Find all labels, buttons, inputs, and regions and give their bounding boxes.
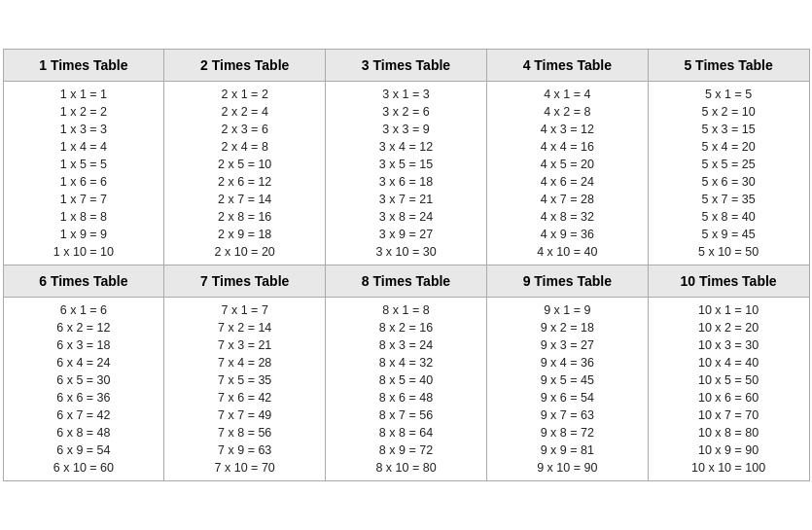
- table-row: 9 x 4 = 36: [487, 354, 648, 371]
- table-row: 8 x 4 = 32: [326, 354, 486, 371]
- table-row: 3 x 4 = 12: [326, 138, 486, 156]
- table-row: 6 x 9 = 54: [4, 442, 164, 459]
- table-row: 3 x 5 = 15: [326, 156, 486, 173]
- table-row: 5 x 5 = 25: [649, 156, 809, 173]
- table-row: 9 x 7 = 63: [487, 406, 648, 424]
- table-row: 10 x 1 = 10: [649, 301, 809, 319]
- table-row: 5 x 1 = 5: [649, 86, 809, 103]
- table-row: 9 x 3 = 27: [487, 336, 648, 354]
- table-block-2: 2 Times Table2 x 1 = 22 x 2 = 42 x 3 = 6…: [164, 50, 326, 265]
- table-row: 1 x 8 = 8: [4, 208, 164, 226]
- table-row: 8 x 10 = 80: [326, 459, 486, 477]
- table-body-7: 7 x 1 = 77 x 2 = 147 x 3 = 217 x 4 = 287…: [164, 298, 325, 480]
- table-block-1: 1 Times Table1 x 1 = 11 x 2 = 21 x 3 = 3…: [4, 50, 165, 265]
- table-row: 5 x 7 = 35: [649, 191, 809, 208]
- table-row: 9 x 9 = 81: [487, 442, 648, 459]
- table-row: 3 x 3 = 9: [326, 121, 486, 138]
- table-body-9: 9 x 1 = 99 x 2 = 189 x 3 = 279 x 4 = 369…: [487, 298, 648, 480]
- table-block-6: 6 Times Table6 x 1 = 66 x 2 = 126 x 3 = …: [4, 265, 165, 481]
- table-row: 7 x 8 = 56: [164, 424, 325, 442]
- table-body-3: 3 x 1 = 33 x 2 = 63 x 3 = 93 x 4 = 123 x…: [326, 82, 486, 265]
- table-row: 4 x 8 = 32: [487, 208, 648, 226]
- table-block-9: 9 Times Table9 x 1 = 99 x 2 = 189 x 3 = …: [487, 265, 649, 481]
- table-row: 4 x 10 = 40: [487, 243, 648, 261]
- table-row: 5 x 4 = 20: [649, 138, 809, 156]
- table-row: 2 x 3 = 6: [164, 121, 325, 138]
- table-row: 9 x 2 = 18: [487, 319, 648, 336]
- table-row: 6 x 5 = 30: [4, 371, 164, 389]
- table-row: 3 x 7 = 21: [326, 191, 486, 208]
- table-row: 4 x 1 = 4: [487, 86, 648, 103]
- table-row: 4 x 6 = 24: [487, 173, 648, 191]
- table-body-2: 2 x 1 = 22 x 2 = 42 x 3 = 62 x 4 = 82 x …: [164, 82, 325, 265]
- table-body-6: 6 x 1 = 66 x 2 = 126 x 3 = 186 x 4 = 246…: [4, 298, 164, 480]
- table-row: 8 x 9 = 72: [326, 442, 486, 459]
- table-row: 7 x 6 = 42: [164, 389, 325, 406]
- table-row: 8 x 1 = 8: [326, 301, 486, 319]
- table-header-4: 4 Times Table: [487, 50, 648, 82]
- table-row: 10 x 3 = 30: [649, 336, 809, 354]
- table-row: 2 x 8 = 16: [164, 208, 325, 226]
- table-row: 4 x 3 = 12: [487, 121, 648, 138]
- table-row: 10 x 10 = 100: [649, 459, 809, 477]
- table-block-8: 8 Times Table8 x 1 = 88 x 2 = 168 x 3 = …: [326, 265, 487, 481]
- table-header-2: 2 Times Table: [164, 50, 325, 82]
- table-row: 2 x 1 = 2: [164, 86, 325, 103]
- table-row: 7 x 9 = 63: [164, 442, 325, 459]
- table-row: 2 x 7 = 14: [164, 191, 325, 208]
- table-row: 10 x 6 = 60: [649, 389, 809, 406]
- table-row: 3 x 10 = 30: [326, 243, 486, 261]
- table-row: 7 x 2 = 14: [164, 319, 325, 336]
- table-row: 10 x 2 = 20: [649, 319, 809, 336]
- table-block-10: 10 Times Table10 x 1 = 1010 x 2 = 2010 x…: [649, 265, 810, 481]
- table-header-1: 1 Times Table: [4, 50, 164, 82]
- table-row: 6 x 1 = 6: [4, 301, 164, 319]
- table-row: 5 x 6 = 30: [649, 173, 809, 191]
- table-row: 3 x 8 = 24: [326, 208, 486, 226]
- table-row: 10 x 7 = 70: [649, 406, 809, 424]
- table-row: 6 x 10 = 60: [4, 459, 164, 477]
- table-row: 3 x 6 = 18: [326, 173, 486, 191]
- table-row: 2 x 10 = 20: [164, 243, 325, 261]
- table-row: 3 x 2 = 6: [326, 103, 486, 121]
- table-block-3: 3 Times Table3 x 1 = 33 x 2 = 63 x 3 = 9…: [326, 50, 487, 265]
- table-row: 5 x 3 = 15: [649, 121, 809, 138]
- table-row: 7 x 10 = 70: [164, 459, 325, 477]
- table-row: 1 x 1 = 1: [4, 86, 164, 103]
- table-row: 2 x 2 = 4: [164, 103, 325, 121]
- table-row: 1 x 9 = 9: [4, 226, 164, 243]
- table-row: 5 x 8 = 40: [649, 208, 809, 226]
- table-body-5: 5 x 1 = 55 x 2 = 105 x 3 = 155 x 4 = 205…: [649, 82, 809, 265]
- table-row: 7 x 3 = 21: [164, 336, 325, 354]
- table-header-8: 8 Times Table: [326, 265, 486, 298]
- table-row: 10 x 5 = 50: [649, 371, 809, 389]
- table-row: 10 x 4 = 40: [649, 354, 809, 371]
- table-row: 8 x 5 = 40: [326, 371, 486, 389]
- table-row: 6 x 8 = 48: [4, 424, 164, 442]
- table-row: 7 x 7 = 49: [164, 406, 325, 424]
- table-row: 2 x 4 = 8: [164, 138, 325, 156]
- table-row: 1 x 4 = 4: [4, 138, 164, 156]
- table-row: 2 x 5 = 10: [164, 156, 325, 173]
- table-row: 7 x 4 = 28: [164, 354, 325, 371]
- table-row: 9 x 1 = 9: [487, 301, 648, 319]
- table-row: 9 x 8 = 72: [487, 424, 648, 442]
- table-row: 6 x 2 = 12: [4, 319, 164, 336]
- table-block-4: 4 Times Table4 x 1 = 44 x 2 = 84 x 3 = 1…: [487, 50, 649, 265]
- table-row: 1 x 2 = 2: [4, 103, 164, 121]
- times-tables-grid: 1 Times Table1 x 1 = 11 x 2 = 21 x 3 = 3…: [3, 49, 810, 481]
- table-body-8: 8 x 1 = 88 x 2 = 168 x 3 = 248 x 4 = 328…: [326, 298, 486, 480]
- table-row: 4 x 4 = 16: [487, 138, 648, 156]
- table-row: 1 x 7 = 7: [4, 191, 164, 208]
- table-row: 6 x 6 = 36: [4, 389, 164, 406]
- table-header-6: 6 Times Table: [4, 265, 164, 298]
- table-row: 8 x 3 = 24: [326, 336, 486, 354]
- table-row: 4 x 9 = 36: [487, 226, 648, 243]
- table-row: 7 x 1 = 7: [164, 301, 325, 319]
- table-row: 1 x 5 = 5: [4, 156, 164, 173]
- table-header-10: 10 Times Table: [649, 265, 809, 298]
- table-row: 4 x 7 = 28: [487, 191, 648, 208]
- table-body-4: 4 x 1 = 44 x 2 = 84 x 3 = 124 x 4 = 164 …: [487, 82, 648, 265]
- table-row: 6 x 4 = 24: [4, 354, 164, 371]
- table-row: 2 x 6 = 12: [164, 173, 325, 191]
